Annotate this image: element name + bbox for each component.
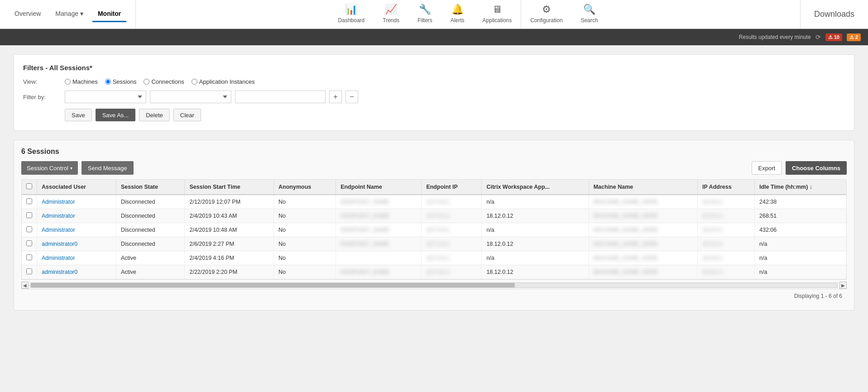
user-link[interactable]: Administrator — [42, 213, 75, 219]
filters-section: Filters - All Sessions* View: Machines S… — [14, 54, 854, 131]
downloads-label[interactable]: Downloads — [814, 10, 854, 19]
filter-value-input[interactable] — [235, 91, 326, 103]
filter-dropdown-2[interactable] — [150, 91, 231, 103]
row-ip-address: 10.0.0.1 — [698, 209, 755, 223]
row-checkbox[interactable] — [26, 212, 32, 218]
row-idle-time: n/a — [754, 265, 846, 279]
row-endpoint-name: ENDPOINT_NAME — [336, 265, 422, 279]
nav-monitor[interactable]: Monitor — [92, 6, 126, 22]
row-anonymous: No — [274, 251, 336, 265]
row-endpoint-name: ENDPOINT_NAME — [336, 223, 422, 237]
nav-applications[interactable]: 🖥 Applications — [474, 0, 521, 29]
row-ip-address: 10.0.0.1 — [698, 223, 755, 237]
table-wrapper: Associated User Session State Session St… — [21, 179, 847, 289]
select-all-checkbox[interactable] — [26, 183, 32, 189]
nav-overview[interactable]: Overview — [9, 6, 46, 22]
choose-columns-button[interactable]: Choose Columns — [786, 161, 847, 175]
scroll-right-button[interactable]: ▶ — [839, 282, 847, 289]
row-endpoint-name: ENDPOINT_NAME — [336, 237, 422, 251]
main-content: Filters - All Sessions* View: Machines S… — [0, 45, 868, 320]
row-ip-address: 10.0.0.1 — [698, 195, 755, 209]
user-link[interactable]: administrator0 — [42, 241, 77, 247]
remove-filter-button[interactable]: − — [345, 91, 358, 103]
user-link[interactable]: Administrator — [42, 199, 75, 205]
row-anonymous: No — [274, 237, 336, 251]
radio-machines-input[interactable] — [65, 79, 71, 85]
radio-connections[interactable]: Connections — [144, 78, 184, 85]
sessions-header: 6 Sessions — [21, 148, 847, 156]
row-endpoint-ip: 127.0.0.1 — [422, 209, 482, 223]
session-control-button[interactable]: Session Control ▾ — [21, 161, 78, 175]
send-message-button[interactable]: Send Message — [82, 161, 134, 175]
clear-button[interactable]: Clear — [173, 109, 201, 121]
row-state: Disconnected — [116, 209, 185, 223]
radio-app-instances-input[interactable] — [192, 79, 197, 85]
row-endpoint-ip: 127.0.0.1 — [422, 237, 482, 251]
view-radio-group: Machines Sessions Connections Applicatio… — [65, 78, 255, 85]
filter-by-controls: + − — [65, 91, 358, 103]
sessions-title: 6 Sessions — [21, 148, 59, 156]
header-session-state: Session State — [116, 180, 185, 195]
row-checkbox[interactable] — [26, 226, 32, 232]
nav-configuration[interactable]: ⚙ Configuration — [521, 0, 571, 29]
row-endpoint-name — [336, 251, 422, 265]
filter-dropdown-1[interactable] — [65, 91, 146, 103]
row-user: Administrator — [37, 209, 116, 223]
user-link[interactable]: Administrator — [42, 227, 75, 233]
nav-dashboard[interactable]: 📊 Dashboard — [329, 0, 374, 29]
row-ip-address: 10.0.0.1 — [698, 265, 755, 279]
export-button[interactable]: Export — [752, 161, 782, 175]
chevron-down-icon: ▾ — [80, 10, 83, 17]
row-citrix-app: n/a — [482, 195, 589, 209]
table-container: Associated User Session State Session St… — [21, 179, 847, 280]
radio-connections-input[interactable] — [144, 79, 149, 85]
sessions-actions: Session Control ▾ Send Message — [21, 161, 134, 175]
add-filter-button[interactable]: + — [329, 91, 342, 103]
refresh-icon[interactable]: ⟳ — [815, 33, 821, 41]
user-link[interactable]: Administrator — [42, 255, 75, 261]
row-citrix-app: n/a — [482, 223, 589, 237]
row-endpoint-ip: 127.0.0.1 — [422, 223, 482, 237]
row-checkbox[interactable] — [26, 268, 32, 274]
radio-machines[interactable]: Machines — [65, 78, 98, 85]
row-endpoint-name: ENDPOINT_NAME — [336, 195, 422, 209]
row-checkbox[interactable] — [26, 254, 32, 260]
row-idle-time: 268:51 — [754, 209, 846, 223]
nav-trends[interactable]: 📈 Trends — [374, 0, 408, 29]
radio-sessions[interactable]: Sessions — [105, 78, 137, 85]
radio-sessions-input[interactable] — [105, 79, 111, 85]
top-nav: Overview Manage ▾ Monitor 📊 Dashboard 📈 … — [0, 0, 868, 29]
row-checkbox[interactable] — [26, 240, 32, 246]
row-anonymous: No — [274, 265, 336, 279]
row-citrix-app: 18.12.0.12 — [482, 237, 589, 251]
row-start-time: 2/4/2019 4:16 PM — [185, 251, 274, 265]
row-user: administrator0 — [37, 237, 116, 251]
row-endpoint-ip: 127.0.0.1 — [422, 265, 482, 279]
scroll-left-button[interactable]: ◀ — [21, 282, 29, 289]
dashboard-icon: 📊 — [345, 4, 357, 15]
user-link[interactable]: administrator0 — [42, 269, 77, 275]
row-start-time: 2/4/2019 10:43 AM — [185, 209, 274, 223]
row-idle-time: n/a — [754, 237, 846, 251]
row-machine-name: MACHINE_NAME_HERE — [589, 265, 697, 279]
save-button[interactable]: Save — [65, 109, 92, 121]
badge-errors[interactable]: ⚠ 10 — [825, 33, 842, 41]
row-machine-name: MACHINE_NAME_HERE — [589, 237, 697, 251]
row-user: Administrator — [37, 195, 116, 209]
row-checkbox[interactable] — [26, 198, 32, 204]
row-checkbox-cell — [22, 237, 37, 251]
nav-manage[interactable]: Manage ▾ — [50, 6, 89, 22]
row-anonymous: No — [274, 209, 336, 223]
nav-search[interactable]: 🔍 Search — [572, 0, 607, 29]
row-state: Active — [116, 265, 185, 279]
save-as-button[interactable]: Save As... — [96, 109, 136, 121]
scroll-track[interactable] — [30, 282, 838, 288]
warning-icon-orange: ⚠ — [849, 34, 854, 40]
nav-filters[interactable]: 🔧 Filters — [408, 0, 441, 29]
delete-button[interactable]: Delete — [139, 109, 170, 121]
filters-icon: 🔧 — [419, 4, 431, 15]
badge-warnings[interactable]: ⚠ 2 — [847, 33, 861, 41]
nav-alerts[interactable]: 🔔 Alerts — [441, 0, 474, 29]
radio-app-instances[interactable]: Application Instances — [192, 78, 255, 85]
row-idle-time: 432:06 — [754, 223, 846, 237]
